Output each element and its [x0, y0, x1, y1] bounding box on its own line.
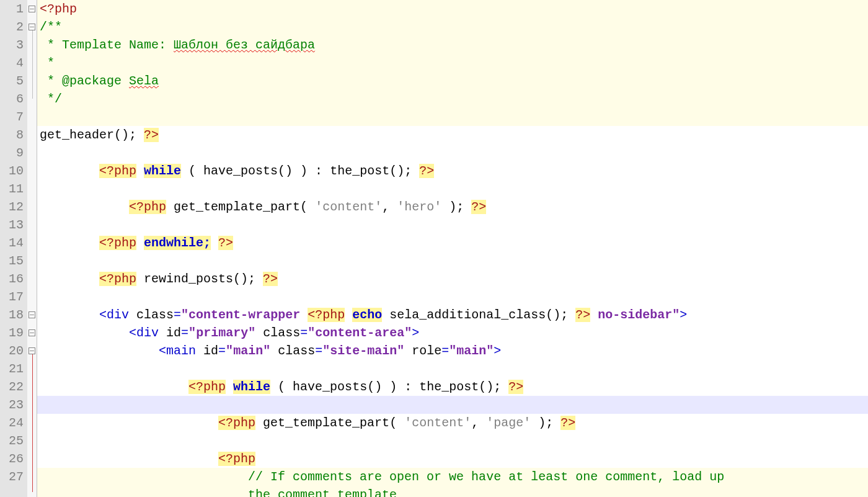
- code-area[interactable]: <?php /** * Template Name: Шаблон без са…: [37, 0, 868, 497]
- code-line[interactable]: * @package Sela: [37, 72, 868, 90]
- code-line[interactable]: // If comments are open or we have at le…: [37, 468, 868, 486]
- code-line[interactable]: <?php: [37, 450, 868, 468]
- fold-cell[interactable]: [27, 180, 37, 198]
- code-line[interactable]: <?php while ( have_posts() ) : the_post(…: [37, 162, 868, 180]
- code-line[interactable]: <?php get_template_part( 'content', 'her…: [37, 198, 868, 216]
- code-line[interactable]: <?php get_template_part( 'content', 'pag…: [37, 414, 868, 432]
- line-number[interactable]: 27: [0, 468, 24, 486]
- line-number[interactable]: 22: [0, 378, 24, 396]
- fold-cell[interactable]: [27, 288, 37, 306]
- line-number[interactable]: 12: [0, 198, 24, 216]
- fold-cell[interactable]: [27, 0, 37, 18]
- code-line[interactable]: <?php: [37, 0, 868, 18]
- line-number[interactable]: 13: [0, 216, 24, 234]
- code-line[interactable]: <?php while ( have_posts() ) : the_post(…: [37, 378, 868, 396]
- fold-cell[interactable]: [27, 198, 37, 216]
- fold-collapse-icon[interactable]: [29, 347, 35, 354]
- code-line[interactable]: <?php endwhile; ?>: [37, 234, 868, 252]
- code-line[interactable]: * Template Name: Шаблон без сайдбара: [37, 36, 868, 54]
- fold-collapse-icon[interactable]: [29, 311, 35, 318]
- fold-collapse-icon[interactable]: [29, 329, 35, 336]
- template-name-text: Шаблон без сайдбара: [174, 38, 315, 52]
- line-number[interactable]: 1: [0, 0, 24, 18]
- line-number[interactable]: 20: [0, 342, 24, 360]
- line-number[interactable]: 10: [0, 162, 24, 180]
- fold-collapse-icon[interactable]: [29, 6, 35, 12]
- code-line[interactable]: the comment template: [37, 486, 868, 497]
- code-line[interactable]: [37, 144, 868, 162]
- fold-cell[interactable]: [27, 324, 37, 342]
- fold-cell[interactable]: [27, 270, 37, 288]
- line-number[interactable]: 11: [0, 180, 24, 198]
- line-number[interactable]: 2: [0, 18, 24, 36]
- fold-cell[interactable]: [27, 108, 37, 126]
- code-line[interactable]: [37, 180, 868, 198]
- line-number[interactable]: 18: [0, 306, 24, 324]
- line-number[interactable]: 26: [0, 450, 24, 468]
- line-number[interactable]: 19: [0, 324, 24, 342]
- code-line[interactable]: get_header(); ?>: [37, 126, 868, 144]
- line-number-gutter[interactable]: 1 2 3 4 5 6 7 8 9 10 11 12 13 14 15 16 1…: [0, 0, 27, 497]
- line-number[interactable]: 6: [0, 90, 24, 108]
- line-number[interactable]: 23: [0, 396, 24, 414]
- code-line[interactable]: <div id="primary" class="content-area">: [37, 324, 868, 342]
- fold-cell[interactable]: [27, 162, 37, 180]
- line-number[interactable]: 16: [0, 270, 24, 288]
- code-line[interactable]: <div class="content-wrapper <?php echo s…: [37, 306, 868, 324]
- fold-cell[interactable]: [27, 306, 37, 324]
- fold-collapse-icon[interactable]: [29, 24, 35, 30]
- line-number[interactable]: 3: [0, 36, 24, 54]
- code-line[interactable]: [37, 252, 868, 270]
- code-line[interactable]: [37, 360, 868, 378]
- fold-cell[interactable]: [27, 216, 37, 234]
- code-line[interactable]: [37, 216, 868, 234]
- code-line[interactable]: */: [37, 90, 868, 108]
- code-line[interactable]: /**: [37, 18, 868, 36]
- line-number[interactable]: 21: [0, 360, 24, 378]
- line-number[interactable]: 14: [0, 234, 24, 252]
- fold-column: [27, 0, 37, 497]
- fold-cell[interactable]: [27, 126, 37, 144]
- code-line[interactable]: *: [37, 54, 868, 72]
- code-line[interactable]: [37, 288, 868, 306]
- line-number[interactable]: 5: [0, 72, 24, 90]
- code-line[interactable]: <main id="main" class="site-main" role="…: [37, 342, 868, 360]
- line-number[interactable]: 9: [0, 144, 24, 162]
- fold-cell[interactable]: [27, 234, 37, 252]
- line-number[interactable]: 4: [0, 54, 24, 72]
- fold-cell[interactable]: [27, 144, 37, 162]
- code-line-current[interactable]: [37, 396, 868, 414]
- line-number[interactable]: 17: [0, 288, 24, 306]
- fold-cell[interactable]: [27, 252, 37, 270]
- line-number[interactable]: 25: [0, 432, 24, 450]
- code-line[interactable]: <?php rewind_posts(); ?>: [37, 270, 868, 288]
- line-number[interactable]: 24: [0, 414, 24, 432]
- line-number[interactable]: 7: [0, 108, 24, 126]
- code-editor: 1 2 3 4 5 6 7 8 9 10 11 12 13 14 15 16 1…: [0, 0, 868, 497]
- code-line[interactable]: [37, 108, 868, 126]
- code-line[interactable]: [37, 432, 868, 450]
- line-number[interactable]: 8: [0, 126, 24, 144]
- line-number[interactable]: 15: [0, 252, 24, 270]
